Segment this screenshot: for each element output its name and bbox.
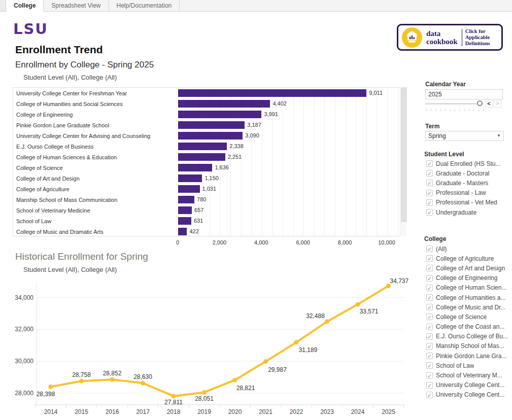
y-axis-tick-label: 32,000 bbox=[15, 326, 33, 333]
bar[interactable] bbox=[178, 153, 225, 161]
line-point[interactable] bbox=[325, 320, 329, 324]
college-checkbox-manship-school-of-mas[interactable]: ✓ bbox=[426, 343, 433, 349]
line-point[interactable] bbox=[202, 390, 207, 395]
point-value-label: 28,398 bbox=[37, 391, 55, 398]
college-checkbox-school-of-veterinary-m[interactable]: ✓ bbox=[426, 372, 433, 379]
cookbook-divider bbox=[462, 29, 462, 46]
bar-value-label: 2,338 bbox=[229, 143, 244, 150]
bar-chart-scrollbar[interactable] bbox=[400, 87, 406, 236]
bar[interactable] bbox=[178, 132, 243, 139]
college-checkbox-university-college-cent[interactable]: ✓ bbox=[426, 382, 433, 389]
bar-plot-area: 1,031 bbox=[178, 184, 399, 194]
college-checkbox-college-of-agriculture[interactable]: ✓ bbox=[426, 255, 433, 262]
bar[interactable] bbox=[178, 206, 192, 214]
student-level-checkbox-undergraduate[interactable]: ✓ bbox=[426, 209, 433, 216]
line-point[interactable] bbox=[263, 359, 268, 364]
college-checkbox-college-of-music-and-dr[interactable]: ✓ bbox=[426, 304, 433, 310]
x-axis-tick-label: 4,000 bbox=[254, 239, 268, 246]
bar[interactable] bbox=[178, 185, 200, 193]
student-level-checkbox-graduate-masters[interactable]: ✓ bbox=[426, 180, 433, 186]
check-icon: ✓ bbox=[427, 190, 432, 196]
slider-tick bbox=[483, 109, 484, 111]
college-checkbox-school-of-law[interactable]: ✓ bbox=[426, 362, 433, 369]
line-point[interactable] bbox=[356, 302, 360, 307]
x-axis-tick-label: 2016 bbox=[106, 408, 119, 415]
calendar-year-input[interactable] bbox=[425, 89, 503, 99]
line-point[interactable] bbox=[141, 381, 145, 386]
line-point[interactable] bbox=[233, 378, 237, 382]
bar[interactable] bbox=[178, 100, 270, 108]
check-icon: ✓ bbox=[427, 256, 432, 262]
line-point[interactable] bbox=[79, 379, 84, 383]
college-item: ✓College of Engineering bbox=[426, 273, 512, 283]
x-axis-tick-label: 0 bbox=[176, 239, 179, 246]
slider-tick bbox=[450, 109, 451, 111]
tab-college[interactable]: College bbox=[6, 0, 44, 12]
college-label: College bbox=[424, 235, 446, 242]
slider-prev-button[interactable]: < bbox=[485, 100, 493, 108]
bar[interactable] bbox=[178, 164, 212, 171]
chevron-down-icon: ▼ bbox=[497, 131, 501, 141]
line-point[interactable] bbox=[294, 340, 299, 344]
term-dropdown[interactable]: Spring ▼ bbox=[425, 131, 504, 141]
scrollbar-thumb[interactable] bbox=[401, 87, 407, 222]
bar-chart-filter-summary: Student Level (All), College (All) bbox=[23, 74, 117, 81]
tab-bar: CollegeSpreadsheet ViewHelp/Documentatio… bbox=[0, 0, 512, 12]
slider-next-button[interactable]: > bbox=[494, 100, 501, 108]
bar[interactable] bbox=[178, 143, 227, 150]
student-level-checkbox-professional-vet-med[interactable]: ✓ bbox=[426, 199, 433, 206]
bar[interactable] bbox=[178, 111, 261, 118]
college-checkbox-pinkie-gordon-lane-gra[interactable]: ✓ bbox=[426, 353, 433, 359]
college-item: ✓College of Humanities a... bbox=[426, 293, 512, 302]
data-cookbook-badge[interactable]: data cookbook Click for Applicable Defin… bbox=[397, 24, 503, 51]
bar-value-label: 422 bbox=[189, 228, 198, 235]
college-checkbox-college-of-the-coast-an[interactable]: ✓ bbox=[426, 324, 433, 330]
student-level-checkbox-graduate-doctoral[interactable]: ✓ bbox=[426, 170, 433, 177]
line-point[interactable] bbox=[49, 384, 53, 389]
x-axis-tick-label: 2020 bbox=[228, 408, 242, 415]
term-value: Spring bbox=[428, 132, 446, 139]
slider-tick bbox=[459, 109, 460, 111]
slider-knob[interactable] bbox=[477, 100, 483, 106]
bar[interactable] bbox=[178, 121, 245, 129]
bar[interactable] bbox=[178, 217, 191, 225]
y-axis-tick-label: 30,000 bbox=[15, 358, 33, 365]
bar[interactable] bbox=[178, 174, 202, 182]
college-checkbox-college-of-science[interactable]: ✓ bbox=[426, 313, 433, 320]
college-item: ✓Pinkie Gordon Lane Gra... bbox=[426, 351, 512, 361]
tab-spreadsheet-view[interactable]: Spreadsheet View bbox=[44, 0, 109, 11]
college-checkbox-all[interactable]: ✓ bbox=[426, 246, 433, 252]
checkbox-label: University College Cent... bbox=[436, 381, 504, 389]
tab-help-documentation[interactable]: Help/Documentation bbox=[109, 0, 180, 11]
line-point[interactable] bbox=[172, 394, 176, 398]
bar[interactable] bbox=[178, 228, 187, 235]
calendar-year-label: Calendar Year bbox=[425, 81, 466, 88]
college-checkbox-college-of-art-and-design[interactable]: ✓ bbox=[426, 265, 433, 271]
bar-plot-area: 657 bbox=[178, 205, 399, 216]
slider-track[interactable] bbox=[425, 103, 483, 104]
student-level-checkbox-dual-enrolled-hs-stu[interactable]: ✓ bbox=[426, 160, 433, 167]
student-level-checkbox-professional-law[interactable]: ✓ bbox=[426, 190, 433, 196]
line-point[interactable] bbox=[110, 377, 115, 382]
cookbook-brand-line2: cookbook bbox=[426, 38, 458, 46]
checkbox-label: University College Cent... bbox=[436, 391, 504, 398]
bar[interactable] bbox=[178, 89, 366, 97]
check-icon: ✓ bbox=[427, 392, 432, 398]
checkbox-label: School of Law bbox=[436, 362, 474, 369]
college-checkbox-college-of-engineering[interactable]: ✓ bbox=[426, 275, 433, 282]
college-checkbox-college-of-humanities-a[interactable]: ✓ bbox=[426, 294, 433, 301]
student-level-item: ✓Professional - Vet Med bbox=[426, 198, 512, 207]
college-checkbox-college-of-human-scien[interactable]: ✓ bbox=[426, 285, 433, 291]
bar-plot-area: 3,991 bbox=[178, 109, 399, 120]
checkbox-label: Professional - Vet Med bbox=[436, 199, 497, 206]
college-checkbox-university-college-cent[interactable]: ✓ bbox=[426, 392, 433, 398]
bar[interactable] bbox=[178, 196, 194, 203]
college-checkbox-e-j-ourso-college-of-bu[interactable]: ✓ bbox=[426, 333, 433, 340]
calendar-year-slider[interactable] bbox=[425, 100, 483, 107]
bar-value-label: 9,011 bbox=[369, 89, 383, 97]
bar-row: University College Center for Advising a… bbox=[13, 130, 399, 141]
trend-line[interactable] bbox=[51, 286, 389, 396]
checkbox-label: E.J. Ourso College of Bu... bbox=[436, 333, 508, 340]
slider-tick bbox=[436, 109, 436, 111]
x-axis-tick-label: 2017 bbox=[136, 408, 150, 415]
